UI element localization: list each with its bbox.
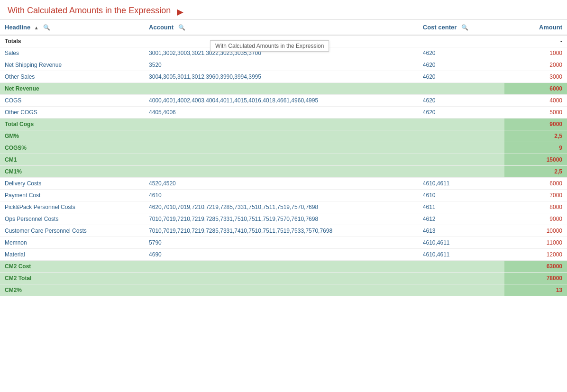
account-cell — [144, 142, 418, 154]
costcenter-cell — [418, 35, 504, 47]
headline-label: Headline — [5, 24, 30, 31]
costcenter-cell — [418, 83, 504, 95]
table-header-row: Headline ▲ 🔍 Account 🔍 Cost center 🔍 Amo… — [0, 20, 567, 36]
costcenter-cell — [418, 284, 504, 296]
headline-cell: Pick&Pack Personnel Costs — [0, 201, 144, 213]
headline-cell: COGS — [0, 95, 144, 107]
amount-cell: 11000 — [504, 237, 567, 249]
costcenter-cell: 4610,4611 — [418, 178, 504, 190]
account-header: Account 🔍 — [144, 20, 418, 36]
costcenter-cell: 4620 — [418, 107, 504, 119]
headline-cell: Other COGS — [0, 107, 144, 119]
account-cell: 5790 — [144, 237, 418, 249]
amount-header: Amount — [504, 20, 567, 36]
table-row: CM2%13 — [0, 284, 567, 296]
amount-cell: 2,5 — [504, 166, 567, 178]
amount-cell: 7000 — [504, 190, 567, 201]
account-cell: 4620,7010,7019,7210,7219,7285,7331,7510,… — [144, 201, 418, 213]
headline-cell: CM1 — [0, 154, 144, 166]
amount-label: Amount — [539, 24, 562, 31]
amount-cell: 13 — [504, 284, 567, 296]
amount-cell: 9000 — [504, 119, 567, 130]
amount-cell: 2,5 — [504, 130, 567, 142]
headline-cell: Other Sales — [0, 71, 144, 83]
headline-cell: Ops Personnel Costs — [0, 213, 144, 225]
costcenter-search-icon[interactable]: 🔍 — [461, 24, 468, 31]
headline-cell: Payment Cost — [0, 190, 144, 201]
amount-cell: 3000 — [504, 71, 567, 83]
account-search-icon[interactable]: 🔍 — [178, 24, 185, 31]
table-row: COGS4000,4001,4002,4003,4004,4011,4015,4… — [0, 95, 567, 107]
account-cell — [144, 154, 418, 166]
amount-cell: 10000 — [504, 225, 567, 237]
amount-cell: 9000 — [504, 213, 567, 225]
account-cell: 7010,7019,7210,7219,7285,7331,7410,7510,… — [144, 225, 418, 237]
costcenter-cell — [418, 273, 504, 284]
table-row: Net Shipping Revenue352046202000 — [0, 59, 567, 71]
account-label: Account — [149, 24, 174, 31]
headline-cell: Totals — [0, 35, 144, 47]
headline-cell: Material — [0, 249, 144, 261]
amount-cell: 8000 — [504, 201, 567, 213]
amount-cell: 78000 — [504, 273, 567, 284]
table-row: CM2 Cost63000 — [0, 261, 567, 273]
table-row: Total Cogs9000 — [0, 119, 567, 130]
headline-cell: COGS% — [0, 142, 144, 154]
table-row: Ops Personnel Costs7010,7019,7210,7219,7… — [0, 213, 567, 225]
amount-cell: 9 — [504, 142, 567, 154]
amount-cell: 6000 — [504, 178, 567, 190]
headline-cell: GM% — [0, 130, 144, 142]
account-cell — [144, 261, 418, 273]
headline-cell: Net Shipping Revenue — [0, 59, 144, 71]
table-row: Memnon57904610,461111000 — [0, 237, 567, 249]
title-text: With Calculated Amounts in the Expressio… — [8, 6, 171, 15]
table-row: CM1%2,5 — [0, 166, 567, 178]
table-row: Net Revenue6000 — [0, 83, 567, 95]
account-cell: 4610 — [144, 190, 418, 201]
amount-cell: 5000 — [504, 107, 567, 119]
account-cell: 4000,4001,4002,4003,4004,4011,4015,4016,… — [144, 95, 418, 107]
sort-arrow-icon[interactable]: ▲ — [34, 25, 39, 30]
account-cell: 4690 — [144, 249, 418, 261]
amount-cell: 2000 — [504, 59, 567, 71]
costcenter-cell — [418, 130, 504, 142]
table-row: Payment Cost461046107000 — [0, 190, 567, 201]
account-cell: 4405,4006 — [144, 107, 418, 119]
headline-cell: Total Cogs — [0, 119, 144, 130]
costcenter-cell: 4611 — [418, 201, 504, 213]
costcenter-cell: 4610,4611 — [418, 237, 504, 249]
headline-search-icon[interactable]: 🔍 — [43, 24, 50, 31]
costcenter-cell: 4612 — [418, 213, 504, 225]
amount-cell: - — [504, 35, 567, 47]
table-row: Delivery Costs4520,45204610,46116000 — [0, 178, 567, 190]
headline-cell: CM2 Total — [0, 273, 144, 284]
account-cell — [144, 130, 418, 142]
costcenter-cell — [418, 154, 504, 166]
account-cell: 3004,3005,3011,3012,3960,3990,3994,3995 — [144, 71, 418, 83]
headline-header: Headline ▲ 🔍 — [0, 20, 144, 36]
account-cell — [144, 119, 418, 130]
amount-cell: 4000 — [504, 95, 567, 107]
table-row: Other Sales3004,3005,3011,3012,3960,3990… — [0, 71, 567, 83]
tooltip: With Calculated Amounts in the Expressio… — [210, 40, 329, 52]
costcenter-cell: 4620 — [418, 71, 504, 83]
table-row: Pick&Pack Personnel Costs4620,7010,7019,… — [0, 201, 567, 213]
table-row: GM%2,5 — [0, 130, 567, 142]
amount-cell: 1000 — [504, 47, 567, 59]
costcenter-cell: 4620 — [418, 95, 504, 107]
table-row: Material46904610,461112000 — [0, 249, 567, 261]
table-row: Other COGS4405,400646205000 — [0, 107, 567, 119]
account-cell — [144, 83, 418, 95]
headline-cell: Delivery Costs — [0, 178, 144, 190]
amount-cell: 15000 — [504, 154, 567, 166]
account-cell — [144, 273, 418, 284]
costcenter-cell — [418, 142, 504, 154]
costcenter-cell: 4610 — [418, 190, 504, 201]
costcenter-cell — [418, 119, 504, 130]
main-table: Headline ▲ 🔍 Account 🔍 Cost center 🔍 Amo… — [0, 19, 567, 296]
costcenter-cell: 4610,4611 — [418, 249, 504, 261]
headline-cell: Sales — [0, 47, 144, 59]
headline-cell: Net Revenue — [0, 83, 144, 95]
page-title: With Calculated Amounts in the Expressio… — [0, 0, 567, 19]
account-cell: 4520,4520 — [144, 178, 418, 190]
